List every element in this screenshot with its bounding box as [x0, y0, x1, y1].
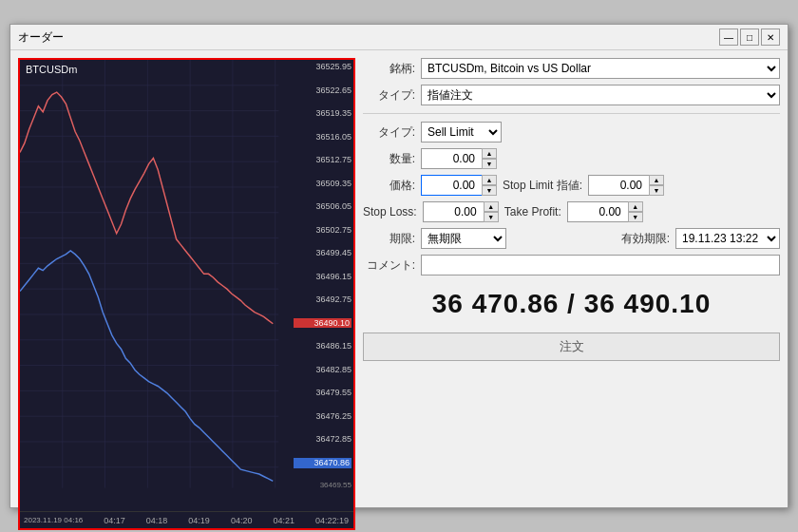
quantity-spinner: ▲ ▼	[421, 148, 497, 169]
expiry-row: 期限: 無期限 有効期限: 19.11.23 13:22	[363, 228, 780, 249]
price-label-19: 36469.55	[294, 481, 352, 490]
stop-limit-spin-up[interactable]: ▲	[649, 175, 664, 185]
quantity-spin-up[interactable]: ▲	[482, 148, 497, 159]
price-spin-buttons: ▲ ▼	[482, 175, 497, 196]
price-label-11: 36492.75	[294, 294, 352, 305]
type1-row: タイプ: 指値注文	[363, 85, 780, 105]
price-label-4: 36516.05	[294, 132, 352, 142]
title-bar: オーダー — □ ✕	[10, 25, 788, 50]
type2-label: タイプ:	[363, 124, 415, 141]
valid-until-label: 有効期限:	[621, 231, 670, 247]
close-button[interactable]: ✕	[761, 28, 780, 46]
stop-limit-label: Stop Limit 指値:	[503, 178, 582, 194]
take-profit-spin-buttons: ▲ ▼	[628, 201, 643, 222]
time-label-3: 04:18	[146, 516, 168, 525]
price-label-7: 36506.05	[294, 201, 352, 212]
price-display: 36 470.86 / 36 490.10	[363, 289, 780, 319]
take-profit-spinner: ▲ ▼	[567, 201, 643, 222]
time-axis: 2023.11.19 04:16 04:17 04:18 04:19 04:20…	[20, 511, 353, 528]
price-label-17: 36472.85	[294, 434, 352, 445]
time-label-2: 04:17	[104, 516, 125, 525]
chart-symbol-label: BTCUSDm	[26, 64, 77, 75]
expiry-select[interactable]: 無期限	[421, 228, 506, 249]
stop-loss-spin-down[interactable]: ▼	[484, 212, 499, 222]
price-label-3: 36519.35	[294, 108, 352, 119]
take-profit-spin-down[interactable]: ▼	[628, 212, 643, 222]
price-label-9: 36499.45	[294, 248, 352, 258]
price-label-red-highlight: 36490.10	[294, 318, 352, 329]
comment-row: コメント:	[363, 255, 780, 276]
price-label-6: 36509.35	[294, 179, 352, 189]
chart-area: 36525.95 36522.65 36519.35 36516.05 3651…	[20, 60, 353, 511]
price-label-2: 36522.65	[294, 86, 352, 96]
price-spinner: ▲ ▼	[421, 175, 497, 196]
time-label-5: 04:20	[231, 516, 253, 525]
window-controls: — □ ✕	[719, 28, 780, 46]
price-label-blue-highlight: 36470.86	[294, 458, 352, 468]
quantity-spin-down[interactable]: ▼	[482, 159, 497, 169]
comment-label: コメント:	[363, 257, 415, 274]
quantity-label: 数量:	[363, 151, 415, 167]
quantity-spin-buttons: ▲ ▼	[482, 148, 497, 169]
type1-label: タイプ:	[363, 87, 415, 104]
window-body: BTCUSDm	[10, 50, 788, 532]
price-label-13: 36486.15	[294, 341, 352, 352]
order-button[interactable]: 注文	[363, 332, 780, 361]
symbol-select[interactable]: BTCUSDm, Bitcoin vs US Dollar	[421, 58, 780, 79]
expiry-label: 期限:	[363, 231, 415, 247]
price-axis: 36525.95 36522.65 36519.35 36516.05 3651…	[292, 60, 353, 492]
form-panel: 銘柄: BTCUSDm, Bitcoin vs US Dollar タイプ: 指…	[363, 58, 780, 530]
minimize-button[interactable]: —	[719, 28, 738, 46]
price-spin-down[interactable]: ▼	[482, 185, 497, 196]
price-label-10: 36496.15	[294, 272, 352, 282]
stop-loss-spin-up[interactable]: ▲	[484, 201, 499, 212]
time-label-7: 04:22:19	[315, 516, 349, 525]
stop-limit-spinner: ▲ ▼	[588, 175, 664, 196]
quantity-row: 数量: ▲ ▼	[363, 148, 780, 169]
type2-select[interactable]: Sell Limit	[421, 122, 502, 142]
price-label-16: 36476.25	[294, 411, 352, 422]
stop-loss-spinner: ▲ ▼	[423, 201, 499, 222]
type2-row: タイプ: Sell Limit	[363, 122, 780, 142]
time-label-6: 04:21	[273, 516, 294, 525]
stop-limit-spin-buttons: ▲ ▼	[649, 175, 664, 196]
type1-select[interactable]: 指値注文	[421, 85, 780, 105]
main-window: オーダー — □ ✕ BTCUSDm	[10, 24, 788, 508]
time-label-1: 2023.11.19 04:16	[24, 516, 83, 524]
stop-loss-label: Stop Loss:	[363, 205, 417, 218]
take-profit-spin-up[interactable]: ▲	[628, 201, 643, 212]
divider1	[363, 113, 780, 114]
time-label-4: 04:19	[188, 516, 210, 525]
price-label-8: 36502.75	[294, 225, 352, 236]
symbol-row: 銘柄: BTCUSDm, Bitcoin vs US Dollar	[363, 58, 780, 79]
price-label-14: 36482.85	[294, 365, 352, 375]
maximize-button[interactable]: □	[740, 28, 759, 46]
price-label-5: 36512.75	[294, 155, 352, 165]
price-label-15: 36479.55	[294, 388, 352, 398]
valid-until-select[interactable]: 19.11.23 13:22	[675, 228, 780, 249]
stop-limit-spin-down[interactable]: ▼	[649, 185, 664, 196]
stop-loss-spin-buttons: ▲ ▼	[484, 201, 499, 222]
comment-input[interactable]	[421, 255, 780, 276]
window-title: オーダー	[18, 29, 64, 46]
chart-panel: BTCUSDm	[18, 58, 355, 530]
take-profit-label: Take Profit:	[504, 205, 561, 218]
price-row: 価格: ▲ ▼ Stop Limit 指値: ▲ ▼	[363, 175, 780, 196]
stop-loss-row: Stop Loss: ▲ ▼ Take Profit: ▲ ▼	[363, 201, 780, 222]
price-spin-up[interactable]: ▲	[482, 175, 497, 185]
price-label-1: 36525.95	[294, 62, 352, 72]
symbol-label: 銘柄:	[363, 61, 415, 77]
price-label: 価格:	[363, 178, 415, 194]
